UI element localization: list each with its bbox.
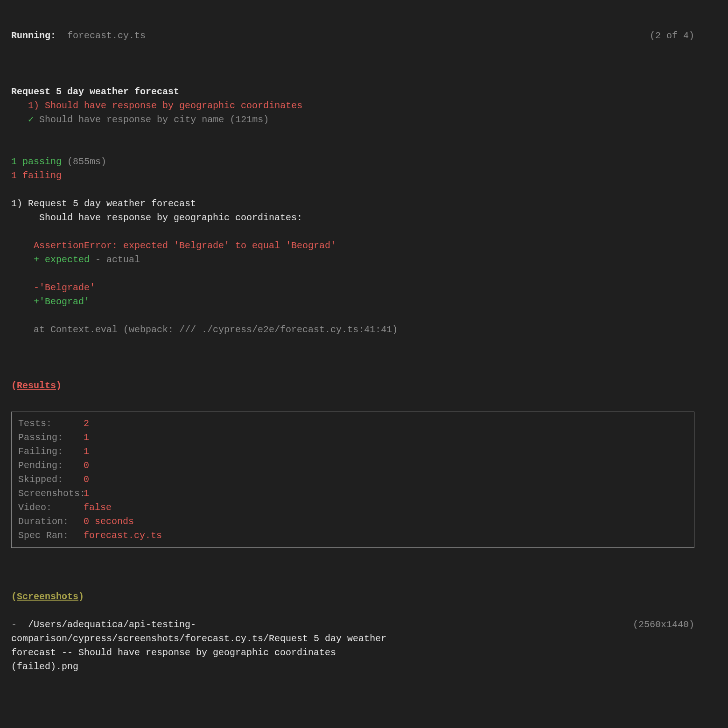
terminal-output: Running: forecast.cy.ts(2 of 4) Request …: [0, 0, 706, 716]
results-key: Duration:: [18, 515, 84, 529]
screenshot-entry: - /Users/adequatica/api-testing-comparis…: [11, 618, 694, 674]
suite-title: Request 5 day weather forecast: [11, 86, 179, 97]
assertion-error: AssertionError: expected 'Belgrade' to e…: [34, 240, 336, 251]
fail-index: 1): [28, 100, 39, 111]
results-row: Passing:1: [18, 431, 687, 445]
stack-trace: at Context.eval (webpack: /// ./cypress/…: [34, 324, 398, 335]
fail-test-name: Should have response by geographic coord…: [45, 100, 302, 111]
failure-test: Should have response by geographic coord…: [39, 212, 302, 223]
results-key: Failing:: [18, 445, 84, 459]
results-value: 1: [84, 487, 89, 501]
results-row: Pending:0: [18, 459, 687, 473]
screenshots-paren-open: (: [11, 591, 17, 602]
diff-minus: -: [95, 254, 101, 265]
results-value: 2: [84, 417, 89, 431]
expected-line: +'Beograd': [34, 296, 90, 307]
diff-plus: +: [34, 254, 39, 265]
running-label: Running:: [11, 30, 56, 41]
results-row: Tests:2: [18, 417, 687, 431]
results-paren-close: ): [56, 380, 62, 391]
results-value: 0: [84, 459, 89, 473]
results-row: Spec Ran:forecast.cy.ts: [18, 529, 687, 543]
results-key: Video:: [18, 501, 84, 515]
screenshot-dimensions: (2560x1440): [633, 618, 694, 674]
bullet-icon: -: [11, 619, 17, 630]
results-value: false: [84, 501, 112, 515]
results-value: 0 seconds: [84, 515, 134, 529]
results-key: Screenshots:: [18, 487, 84, 501]
checkmark-icon: ✓: [28, 114, 34, 125]
screenshots-header: Screenshots: [17, 591, 78, 602]
results-key: Passing:: [18, 431, 84, 445]
results-row: Video:false: [18, 501, 687, 515]
results-key: Tests:: [18, 417, 84, 431]
results-key: Spec Ran:: [18, 529, 84, 543]
results-value: 0: [84, 473, 89, 487]
actual-line: -'Belgrade': [34, 282, 95, 293]
screenshots-paren-close: ): [78, 591, 84, 602]
pass-count: 1: [11, 156, 17, 167]
results-header: Results: [17, 380, 56, 391]
results-row: Duration:0 seconds: [18, 515, 687, 529]
results-row: Failing:1: [18, 445, 687, 459]
pass-time: (855ms): [67, 156, 106, 167]
results-key: Pending:: [18, 459, 84, 473]
results-row: Screenshots:1: [18, 487, 687, 501]
results-value: forecast.cy.ts: [84, 529, 162, 543]
pass-test-name: Should have response by city name (121ms…: [39, 114, 269, 125]
expected-label: expected: [45, 254, 90, 265]
results-value: 1: [84, 445, 89, 459]
spec-file: forecast.cy.ts: [67, 30, 146, 41]
results-value: 1: [84, 431, 89, 445]
fail-label: failing: [22, 170, 62, 181]
results-key: Skipped:: [18, 473, 84, 487]
progress-counter: (2 of 4): [650, 29, 694, 43]
failure-suite: Request 5 day weather forecast: [28, 198, 196, 209]
results-box: Tests:2Passing:1Failing:1Pending:0Skippe…: [11, 412, 694, 548]
results-paren-open: (: [11, 380, 17, 391]
header-row: Running: forecast.cy.ts(2 of 4): [11, 29, 694, 43]
pass-label: passing: [22, 156, 62, 167]
failure-index: 1): [11, 198, 22, 209]
results-row: Skipped:0: [18, 473, 687, 487]
screenshot-path: /Users/adequatica/api-testing-comparison…: [11, 619, 392, 672]
actual-label: actual: [106, 254, 140, 265]
fail-count: 1: [11, 170, 17, 181]
